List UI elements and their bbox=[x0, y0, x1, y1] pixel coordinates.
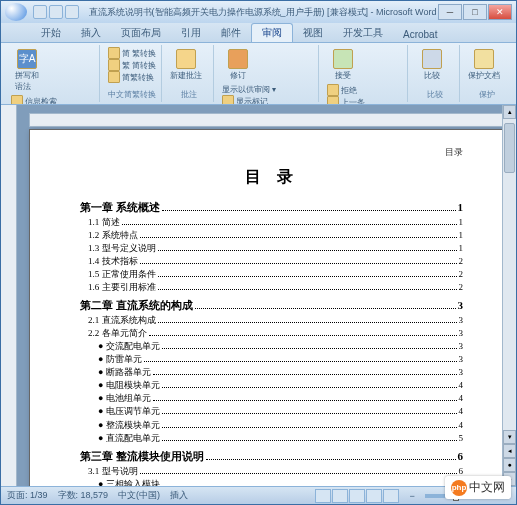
toc-dots bbox=[158, 322, 457, 323]
tab-insert[interactable]: 插入 bbox=[71, 24, 111, 42]
toc-entry[interactable]: ●断路器单元3 bbox=[80, 366, 463, 379]
research-icon bbox=[11, 95, 23, 105]
toc-entry-page: 3 bbox=[459, 353, 464, 366]
tab-developer[interactable]: 开发工具 bbox=[333, 24, 393, 42]
status-page[interactable]: 页面: 1/39 bbox=[7, 489, 48, 502]
scroll-down-arrow[interactable]: ▾ bbox=[503, 430, 516, 444]
office-button[interactable] bbox=[5, 3, 27, 21]
view-outline[interactable] bbox=[366, 489, 382, 503]
document-area: 目录 目 录 第一章 系统概述11.1 简述11.2 系统特点11.3 型号定义… bbox=[1, 105, 516, 486]
toc-entry[interactable]: 1.2 系统特点1 bbox=[80, 229, 463, 242]
zoom-out[interactable]: − bbox=[409, 491, 414, 501]
toc-entry[interactable]: 1.1 简述1 bbox=[80, 216, 463, 229]
reject-button[interactable]: 拒绝 bbox=[325, 84, 367, 96]
bullet-icon: ● bbox=[98, 392, 103, 405]
simp-to-trad-button[interactable]: 简 繁转换 bbox=[106, 47, 158, 59]
window-title: 直流系统说明书(智能高频开关电力操作电源系统_用户手册) [兼容模式] - Mi… bbox=[87, 6, 438, 19]
ribbon-tabs: 开始 插入 页面布局 引用 邮件 审阅 视图 开发工具 Acrobat bbox=[1, 23, 516, 43]
status-language[interactable]: 中文(中国) bbox=[118, 489, 160, 502]
toc-entry-label: 第三章 整流模块使用说明 bbox=[80, 449, 204, 465]
toc-entry[interactable]: 2.2 各单元简介3 bbox=[80, 327, 463, 340]
bullet-icon: ● bbox=[98, 340, 103, 353]
scroll-up-arrow[interactable]: ▴ bbox=[503, 105, 516, 119]
toc-entry[interactable]: 第一章 系统概述1 bbox=[80, 200, 463, 216]
tab-review[interactable]: 审阅 bbox=[251, 23, 293, 42]
qat-save[interactable] bbox=[33, 5, 47, 19]
toc-entry-page: 5 bbox=[459, 432, 464, 445]
toc-entry[interactable]: 1.5 正常使用条件2 bbox=[80, 268, 463, 281]
vertical-scrollbar[interactable]: ▴ ▾ ◂ ● ▸ bbox=[502, 105, 516, 486]
simp-trad-icon bbox=[108, 47, 120, 59]
toc-entry[interactable]: 3.1 型号说明6 bbox=[80, 465, 463, 478]
toc-entry[interactable]: ●电阻模块单元4 bbox=[80, 379, 463, 392]
maximize-button[interactable]: □ bbox=[463, 4, 487, 20]
toc-entry[interactable]: ●交流配电单元3 bbox=[80, 340, 463, 353]
tab-page-layout[interactable]: 页面布局 bbox=[111, 24, 171, 42]
tab-references[interactable]: 引用 bbox=[171, 24, 211, 42]
watermark: php 中文网 bbox=[445, 476, 511, 499]
toc-entry-page: 2 bbox=[459, 255, 464, 268]
view-full-screen[interactable] bbox=[332, 489, 348, 503]
toc-dots bbox=[195, 308, 456, 309]
status-insert[interactable]: 插入 bbox=[170, 489, 188, 502]
qat-undo[interactable] bbox=[49, 5, 63, 19]
toc-dots bbox=[162, 387, 456, 388]
toc-entry[interactable]: ●防雷单元3 bbox=[80, 353, 463, 366]
convert-button[interactable]: 简繁转换 bbox=[106, 71, 158, 83]
qat-redo[interactable] bbox=[65, 5, 79, 19]
toc-entry[interactable]: 1.3 型号定义说明1 bbox=[80, 242, 463, 255]
trad-to-simp-button[interactable]: 繁 简转换 bbox=[106, 59, 158, 71]
previous-button[interactable]: 上一条 bbox=[325, 96, 367, 105]
horizontal-ruler[interactable] bbox=[29, 113, 504, 127]
accept-button[interactable]: 接受 bbox=[325, 47, 361, 83]
status-words[interactable]: 字数: 18,579 bbox=[58, 489, 109, 502]
toc-entry-page: 1 bbox=[459, 242, 464, 255]
protect-button[interactable]: 保护文档 bbox=[466, 47, 502, 88]
browse-object[interactable]: ● bbox=[503, 458, 516, 472]
toc-entry-page: 4 bbox=[459, 419, 464, 432]
document-page[interactable]: 目录 目 录 第一章 系统概述11.1 简述11.2 系统特点11.3 型号定义… bbox=[29, 129, 504, 486]
toc-entry-page: 3 bbox=[459, 327, 464, 340]
spelling-icon: 字A bbox=[17, 49, 37, 69]
browse-prev[interactable]: ◂ bbox=[503, 444, 516, 458]
scroll-track[interactable] bbox=[503, 119, 516, 430]
minimize-button[interactable]: ─ bbox=[438, 4, 462, 20]
view-web-layout[interactable] bbox=[349, 489, 365, 503]
toc-entry[interactable]: ●直流配电单元5 bbox=[80, 432, 463, 445]
research-button[interactable]: 信息检索 bbox=[9, 95, 59, 105]
toc-entry[interactable]: ●电池组单元4 bbox=[80, 392, 463, 405]
toc-dots bbox=[140, 237, 457, 238]
toc-dots bbox=[158, 289, 457, 290]
toc-title: 目 录 bbox=[80, 167, 463, 188]
toc-entry-label: 1.4 技术指标 bbox=[88, 255, 138, 268]
status-bar: 页面: 1/39 字数: 18,579 中文(中国) 插入 − + bbox=[1, 486, 516, 504]
tab-acrobat[interactable]: Acrobat bbox=[393, 27, 447, 42]
toc-entry[interactable]: 1.6 主要引用标准2 bbox=[80, 281, 463, 294]
toc-entry[interactable]: 第二章 直流系统的构成3 bbox=[80, 298, 463, 314]
scroll-thumb[interactable] bbox=[504, 123, 515, 173]
toc-entry[interactable]: ●整流模块单元4 bbox=[80, 419, 463, 432]
spelling-button[interactable]: 字A 拼写和语法 bbox=[9, 47, 45, 94]
tab-home[interactable]: 开始 bbox=[31, 24, 71, 42]
toc-entry[interactable]: ●三相输入模块6 bbox=[80, 478, 463, 486]
comment-icon bbox=[176, 49, 196, 69]
track-changes-button[interactable]: 修订 bbox=[220, 47, 256, 83]
protect-icon bbox=[474, 49, 494, 69]
vertical-ruler[interactable] bbox=[1, 105, 17, 486]
tab-mailings[interactable]: 邮件 bbox=[211, 24, 251, 42]
view-draft[interactable] bbox=[383, 489, 399, 503]
new-comment-button[interactable]: 新建批注 bbox=[168, 47, 204, 88]
tab-view[interactable]: 视图 bbox=[293, 24, 333, 42]
toc-entry[interactable]: 2.1 直流系统构成3 bbox=[80, 314, 463, 327]
toc-entry-label: 1.1 简述 bbox=[88, 216, 120, 229]
close-button[interactable]: ✕ bbox=[488, 4, 512, 20]
show-markup-button[interactable]: 显示标记 bbox=[220, 95, 278, 105]
toc-entry[interactable]: ●电压调节单元4 bbox=[80, 405, 463, 418]
watermark-text: 中文网 bbox=[469, 479, 505, 496]
toc-dots bbox=[153, 400, 456, 401]
toc-entry[interactable]: 第三章 整流模块使用说明6 bbox=[80, 449, 463, 465]
toc-entry[interactable]: 1.4 技术指标2 bbox=[80, 255, 463, 268]
view-print-layout[interactable] bbox=[315, 489, 331, 503]
compare-button[interactable]: 比较 bbox=[414, 47, 450, 88]
display-dropdown[interactable]: 显示以供审阅 ▾ bbox=[220, 84, 278, 95]
